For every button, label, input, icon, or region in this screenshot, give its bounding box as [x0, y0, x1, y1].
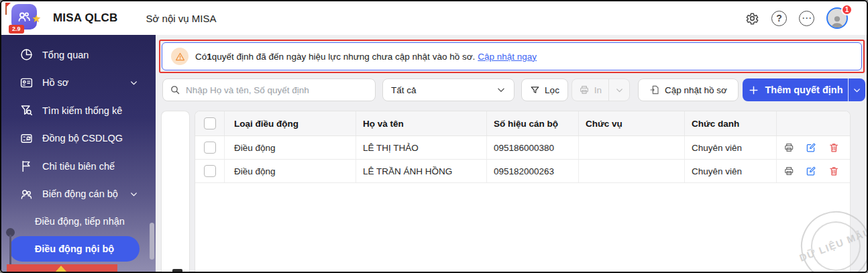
filter-funnel-icon	[530, 85, 540, 95]
add-decision-split-button: Thêm quyết định	[743, 78, 865, 101]
add-decision-button[interactable]: Thêm quyết định	[743, 78, 849, 101]
chevron-down-icon	[496, 85, 506, 95]
print-row-icon[interactable]	[783, 165, 794, 177]
row-actions	[777, 160, 850, 182]
row-checkbox[interactable]	[204, 165, 216, 177]
column-header-actions	[777, 111, 850, 135]
cell-position	[579, 136, 685, 159]
main-content: Có 1 quyết định đã đến ngày hiệu lực như…	[156, 35, 867, 272]
column-header[interactable]: Họ và tên	[356, 111, 487, 135]
column-header[interactable]: Chức vụ	[579, 111, 685, 135]
app-window: ★ 2.9 MISA QLCB Sở nội vụ MISA ? ⋯ 1	[0, 0, 868, 273]
user-avatar[interactable]: 1	[826, 7, 848, 29]
row-checkbox[interactable]	[204, 142, 216, 154]
filter-button-label: Lọc	[545, 85, 559, 95]
cell-title: Chuyên viên	[685, 160, 777, 182]
sidebar-scrollbar[interactable]	[150, 223, 154, 260]
column-header[interactable]: Loại điều động	[225, 111, 356, 135]
search-input-wrap	[162, 78, 376, 101]
alert-text: quyết định đã đến ngày hiệu lực nhưng ch…	[212, 52, 475, 62]
filter-button[interactable]: Lọc	[521, 78, 568, 101]
add-decision-options-button[interactable]	[849, 78, 865, 101]
table-header-row: Loại điều động Họ và tên Số hiệu cán bộ …	[195, 111, 850, 136]
cell-position	[579, 160, 685, 182]
sidebar-subitem-dieu-dong-noi-bo-active[interactable]: Điều động nội bộ	[9, 236, 140, 262]
column-header[interactable]: Chức danh	[685, 111, 777, 135]
select-all-checkbox[interactable]	[204, 117, 216, 129]
top-header: ★ 2.9 MISA QLCB Sở nội vụ MISA ? ⋯ 1	[1, 1, 867, 35]
notification-badge: 1	[841, 4, 853, 15]
update-records-button[interactable]: Cập nhật hồ sơ	[638, 78, 739, 101]
print-button[interactable]: In	[572, 79, 609, 101]
sidebar-subitem-label: Điều động nội bộ	[35, 243, 114, 254]
people-logo-icon	[16, 9, 32, 25]
sidebar-item-tong-quan[interactable]: Tổng quan	[1, 41, 156, 69]
alert-text: Có	[195, 52, 207, 62]
edit-row-icon[interactable]	[806, 165, 816, 177]
annotation-highlight-box: Có 1 quyết định đã đến ngày hiệu lực như…	[159, 40, 865, 73]
print-row-icon[interactable]	[783, 142, 794, 154]
filter-type-select[interactable]: Tất cả	[382, 78, 514, 101]
flag-icon	[19, 159, 34, 173]
search-input[interactable]	[186, 85, 368, 95]
sidebar-item-label: Hồ sơ	[42, 77, 68, 88]
sidebar-item-label: Chỉ tiêu biên chế	[42, 161, 115, 172]
more-options-icon[interactable]: ⋯	[799, 11, 814, 26]
version-badge: 2.9	[9, 25, 24, 34]
sidebar-item-label: Đồng bộ CSDLQG	[42, 133, 123, 144]
plus-icon	[748, 85, 759, 96]
alert-count: 1	[207, 52, 212, 62]
help-icon[interactable]: ?	[771, 11, 787, 26]
sidebar-item-ho-so[interactable]: Hồ sơ	[1, 69, 156, 97]
chevron-down-icon	[129, 78, 138, 87]
pie-chart-icon	[19, 48, 34, 62]
cell-officer-id: 095186000380	[487, 136, 579, 159]
table-row[interactable]: Điều động LÊ TRẦN ÁNH HỒNG 095182000263 …	[195, 160, 850, 183]
sidebar-item-label: Tìm kiếm thống kê	[42, 105, 122, 116]
chevron-down-icon	[853, 86, 861, 95]
chevron-down-icon	[615, 86, 624, 95]
sidebar-subitem-label: Điều động, tiếp nhận	[35, 216, 125, 227]
printer-icon	[579, 85, 590, 95]
warning-icon	[171, 48, 188, 65]
file-update-icon	[649, 85, 660, 95]
people-group-icon	[19, 187, 34, 201]
sidebar-item-label: Biến động cán bộ	[42, 188, 118, 199]
app-logo: ★ 2.9	[7, 4, 38, 32]
settings-gear-icon[interactable]	[743, 10, 759, 26]
add-decision-label: Thêm quyết định	[765, 85, 843, 95]
chevron-down-icon	[129, 190, 138, 199]
funnel-search-icon	[19, 103, 34, 117]
header-actions: ? ⋯ 1	[743, 7, 848, 29]
id-card-icon	[19, 76, 34, 90]
print-options-button[interactable]	[609, 79, 629, 101]
cell-full-name: LÊ THỊ THẢO	[356, 136, 487, 159]
cell-officer-id: 095182000263	[487, 160, 579, 182]
sidebar-item-label: Tổng quan	[42, 50, 89, 60]
update-now-link[interactable]: Cập nhật ngay	[478, 52, 537, 62]
panel-handle	[172, 269, 182, 272]
logo-star-icon: ★	[32, 13, 41, 23]
sidebar-item-bien-dong-can-bo[interactable]: Biến động cán bộ	[1, 180, 156, 209]
sidebar-item-chi-tieu-bien-che[interactable]: Chỉ tiêu biên chế	[1, 152, 156, 180]
organization-name[interactable]: Sở nội vụ MISA	[146, 13, 217, 24]
cell-full-name: LÊ TRẦN ÁNH HỒNG	[356, 160, 487, 182]
delete-row-icon[interactable]	[828, 165, 839, 177]
search-icon	[170, 85, 180, 95]
table-row[interactable]: Điều động LÊ THỊ THẢO 095186000380 Chuyê…	[195, 136, 850, 160]
delete-row-icon[interactable]	[828, 142, 839, 154]
print-button-label: In	[594, 85, 602, 95]
cell-transfer-type: Điều động	[225, 160, 356, 182]
sidebar-item-tim-kiem-thong-ke[interactable]: Tìm kiếm thống kê	[1, 97, 156, 125]
column-header[interactable]: Số hiệu cán bộ	[487, 111, 579, 135]
collapsed-side-panel[interactable]	[161, 111, 190, 272]
filter-type-select-value: Tất cả	[391, 85, 417, 95]
app-title: MISA QLCB	[53, 11, 118, 25]
cell-title: Chuyên viên	[685, 136, 777, 159]
decisions-table: Loại điều động Họ và tên Số hiệu cán bộ …	[195, 111, 851, 272]
edit-row-icon[interactable]	[806, 142, 816, 154]
sidebar-subitem-dieu-dong-tiep-nhan[interactable]: Điều động, tiếp nhận	[1, 208, 156, 235]
sidebar-item-dong-bo-csdlqg[interactable]: Đồng bộ CSDLQG	[1, 125, 156, 153]
database-sync-icon	[19, 131, 34, 146]
cell-transfer-type: Điều động	[225, 136, 356, 159]
